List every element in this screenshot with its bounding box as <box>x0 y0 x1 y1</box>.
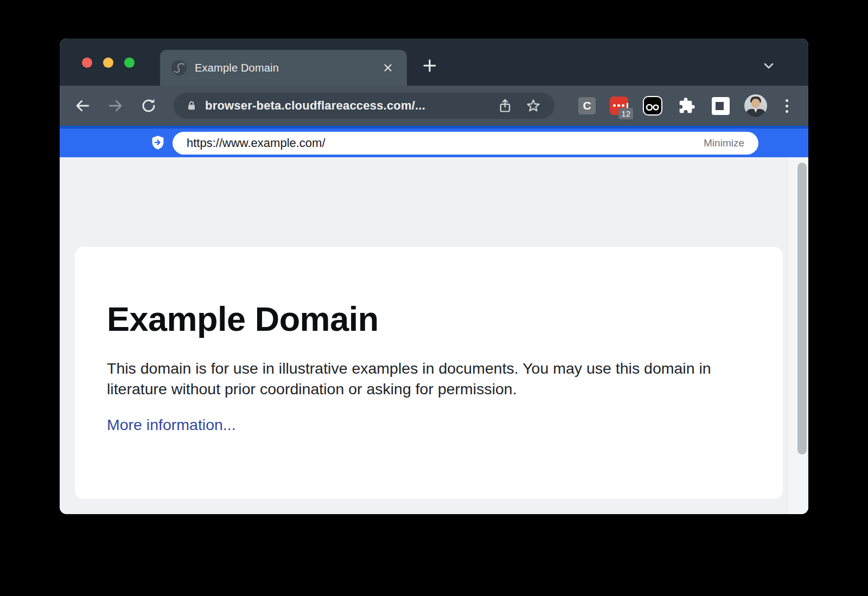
window-controls <box>82 57 135 68</box>
minimize-banner-button[interactable]: Minimize <box>703 137 745 149</box>
extension-badge: 12 <box>618 108 633 119</box>
close-window-icon[interactable] <box>82 57 92 68</box>
globe-favicon <box>171 60 187 76</box>
page-viewport: Example Domain This domain is for use in… <box>60 157 808 514</box>
avatar-face <box>751 99 760 108</box>
star-icon[interactable] <box>524 97 542 115</box>
tabstrip-chevron-down-icon[interactable] <box>759 56 778 75</box>
overflow-menu-icon[interactable] <box>781 96 792 116</box>
share-icon[interactable] <box>496 97 514 115</box>
extension-red-dots-icon[interactable]: 12 <box>610 97 628 115</box>
more-information-link[interactable]: More information... <box>107 416 236 434</box>
tab-strip: Example Domain <box>60 39 808 86</box>
page-body-text: This domain is for use in illustrative e… <box>107 358 731 399</box>
minimize-window-icon[interactable] <box>103 57 113 68</box>
reload-icon[interactable] <box>139 97 158 115</box>
side-panel-icon[interactable] <box>711 96 730 116</box>
isolated-url-bar[interactable]: Minimize <box>173 132 758 155</box>
scrollbar-thumb[interactable] <box>797 163 807 454</box>
tab-close-icon[interactable] <box>380 60 396 76</box>
password-dots <box>613 103 628 108</box>
browser-toolbar: browser-beta.cloudflareaccess.com/... C <box>60 86 808 126</box>
isolated-url-input[interactable] <box>186 136 703 151</box>
extension-c-icon[interactable]: C <box>578 97 596 114</box>
address-text: browser-beta.cloudflareaccess.com/... <box>205 99 425 113</box>
example-domain-card: Example Domain This domain is for use in… <box>75 247 783 499</box>
tab-title: Example Domain <box>195 62 279 74</box>
page-title: Example Domain <box>107 299 750 338</box>
profile-avatar[interactable] <box>744 94 767 117</box>
isolation-shield-icon <box>150 135 165 151</box>
side-panel-glyph <box>712 97 730 115</box>
extension-row: C 12 <box>578 94 792 117</box>
forward-icon[interactable] <box>106 97 125 115</box>
lock-icon <box>186 99 197 112</box>
zoom-window-icon[interactable] <box>124 57 135 68</box>
isolation-banner: Minimize <box>60 126 808 157</box>
extension-goggles-icon[interactable] <box>642 95 663 116</box>
tab-example-domain[interactable]: Example Domain <box>160 50 407 86</box>
address-bar[interactable]: browser-beta.cloudflareaccess.com/... <box>174 93 554 119</box>
back-icon[interactable] <box>73 97 92 115</box>
extensions-puzzle-icon[interactable] <box>677 96 697 116</box>
scrollbar-track[interactable] <box>789 157 808 514</box>
browser-window: Example Domain <box>60 39 808 514</box>
new-tab-icon[interactable] <box>420 56 439 75</box>
